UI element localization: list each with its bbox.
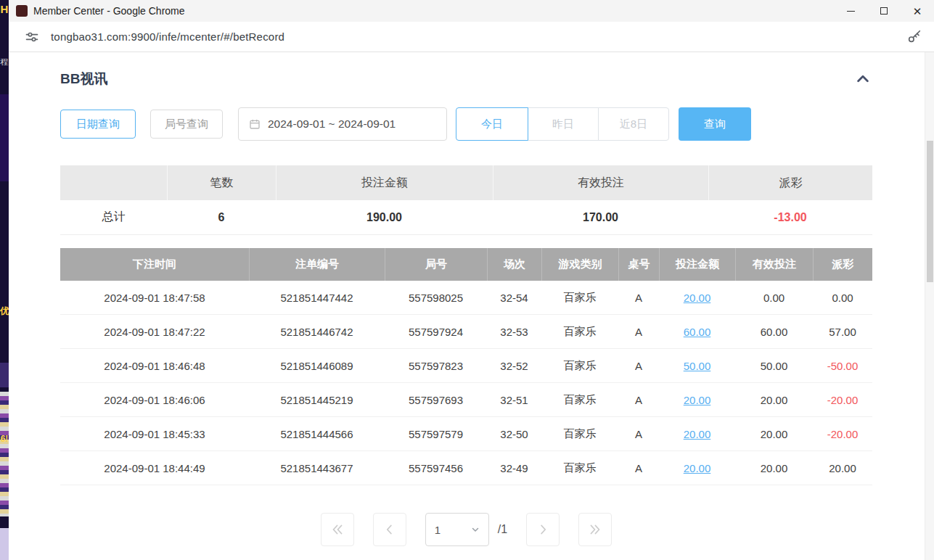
page-total-label: /1 (498, 523, 507, 536)
round-no-cell: 557597924 (385, 315, 487, 348)
yesterday-button[interactable]: 昨日 (528, 107, 599, 141)
calendar-icon (249, 118, 261, 130)
summary-bet-amount-value: 190.00 (276, 200, 493, 234)
collapse-button[interactable] (853, 70, 872, 88)
game-type-cell: 百家乐 (541, 417, 618, 450)
summary-header-valid-bet: 有效投注 (493, 165, 708, 200)
payout-cell: 0.00 (813, 281, 872, 314)
header-bet-time: 下注时间 (60, 248, 249, 281)
last-8-days-button[interactable]: 近8日 (598, 107, 669, 141)
summary-header-row: 笔数 投注金额 有效投注 派彩 (60, 165, 872, 200)
header-round-no: 局号 (385, 248, 487, 281)
summary-header-empty (60, 165, 167, 200)
bet-record-table: 下注时间 注单编号 局号 场次 游戏类别 桌号 投注金额 有效投注 派彩 202… (60, 248, 872, 485)
round-no-cell: 557597823 (385, 349, 487, 382)
round-query-tab[interactable]: 局号查询 (150, 110, 223, 139)
today-button[interactable]: 今日 (456, 107, 528, 141)
maximize-button[interactable] (867, 0, 901, 22)
pagination: 1 /1 (60, 513, 872, 546)
valid-bet-cell: 50.00 (735, 349, 813, 382)
payout-cell: -20.00 (813, 383, 872, 416)
bet-no-cell: 521851444566 (249, 417, 385, 450)
game-type-cell: 百家乐 (541, 451, 618, 485)
table-row: 2024-09-01 18:47:22 521851446742 5575979… (60, 315, 872, 349)
summary-header-payout: 派彩 (708, 165, 872, 200)
header-valid-bet: 有效投注 (735, 248, 813, 281)
bet-amount-cell: 20.00 (659, 417, 735, 450)
bet-no-cell: 521851446742 (249, 315, 385, 348)
session-cell: 32-50 (487, 417, 541, 450)
table-header-row: 下注时间 注单编号 局号 场次 游戏类别 桌号 投注金额 有效投注 派彩 (60, 248, 872, 281)
minimize-button[interactable] (834, 0, 867, 22)
bet-amount-link[interactable]: 20.00 (684, 292, 711, 304)
round-no-cell: 557597693 (385, 383, 487, 416)
background-image-edge (0, 392, 9, 516)
date-range-value: 2024-09-01 ~ 2024-09-01 (268, 118, 396, 131)
summary-valid-bet-value: 170.00 (493, 200, 708, 234)
page-number-value: 1 (435, 524, 441, 536)
first-page-button[interactable] (321, 513, 354, 546)
game-type-cell: 百家乐 (541, 281, 618, 314)
search-button[interactable]: 查询 (679, 107, 751, 141)
round-no-cell: 557597579 (385, 417, 487, 450)
summary-total-row: 总计 6 190.00 170.00 -13.00 (60, 200, 872, 235)
close-button[interactable]: ✕ (901, 0, 934, 22)
next-page-button[interactable] (526, 513, 560, 546)
background-fragment: 优 (0, 305, 9, 318)
summary-table: 笔数 投注金额 有效投注 派彩 总计 6 190.00 170.00 -13.0… (60, 165, 872, 235)
background-block (0, 94, 9, 181)
table-row: 2024-09-01 18:47:58 521851447442 5575980… (60, 281, 872, 315)
maximize-icon (880, 7, 888, 15)
prev-page-button[interactable] (373, 513, 406, 546)
bet-amount-link[interactable]: 60.00 (684, 326, 711, 338)
double-chevron-left-icon (329, 522, 345, 538)
bet-amount-link[interactable]: 20.00 (684, 428, 711, 440)
bet-no-cell: 521851443677 (249, 451, 385, 485)
date-query-tab[interactable]: 日期查询 (60, 110, 136, 139)
page-title: BB视讯 (60, 70, 107, 88)
session-cell: 32-52 (487, 349, 541, 382)
browser-window: Member Center - Google Chrome ✕ tongbao3… (9, 0, 934, 560)
bet-amount-cell: 60.00 (659, 315, 735, 348)
site-settings-icon[interactable] (25, 30, 39, 44)
bet-no-cell: 521851447442 (249, 281, 385, 314)
background-fragment: H (0, 3, 9, 15)
scrollbar-thumb[interactable] (927, 141, 933, 282)
bet-time-cell: 2024-09-01 18:45:33 (60, 417, 249, 450)
table-no-cell: A (618, 383, 659, 416)
session-cell: 32-49 (487, 451, 541, 485)
round-no-cell: 557597456 (385, 451, 487, 485)
bet-amount-cell: 20.00 (659, 451, 735, 485)
summary-total-label: 总计 (60, 200, 167, 234)
window-title: Member Center - Google Chrome (33, 5, 185, 17)
chevron-right-icon (535, 522, 551, 538)
bet-amount-cell: 20.00 (659, 281, 735, 314)
table-no-cell: A (618, 315, 659, 348)
header-bet-no: 注单编号 (249, 248, 385, 281)
bet-amount-link[interactable]: 20.00 (684, 462, 711, 474)
session-cell: 32-54 (487, 281, 541, 314)
background-page-strip: H 程 优 6! (0, 0, 9, 560)
background-fragment: 程 (0, 57, 9, 67)
bet-no-cell: 521851445219 (249, 383, 385, 416)
url-input[interactable]: tongbao31.com:9900/infe/mcenter/#/betRec… (51, 30, 284, 43)
payout-cell: 20.00 (813, 451, 872, 485)
page-scrollbar[interactable] (925, 52, 934, 560)
bet-time-cell: 2024-09-01 18:46:06 (60, 383, 249, 416)
date-range-input[interactable]: 2024-09-01 ~ 2024-09-01 (238, 107, 447, 141)
summary-header-count: 笔数 (167, 165, 276, 200)
password-key-icon[interactable] (906, 29, 922, 45)
address-bar: tongbao31.com:9900/infe/mcenter/#/betRec… (9, 22, 934, 52)
chevron-down-icon (471, 525, 480, 534)
quick-date-group: 今日 昨日 近8日 (456, 107, 669, 141)
bet-amount-link[interactable]: 50.00 (684, 360, 711, 372)
bet-amount-cell: 20.00 (659, 383, 735, 416)
last-page-button[interactable] (578, 513, 612, 546)
chevron-left-icon (382, 522, 398, 538)
table-row: 2024-09-01 18:46:48 521851446089 5575978… (60, 349, 872, 383)
page-number-select[interactable]: 1 (425, 513, 489, 546)
session-cell: 32-51 (487, 383, 541, 416)
payout-cell: -50.00 (813, 349, 872, 382)
double-chevron-right-icon (587, 522, 603, 538)
bet-amount-link[interactable]: 20.00 (684, 394, 711, 406)
